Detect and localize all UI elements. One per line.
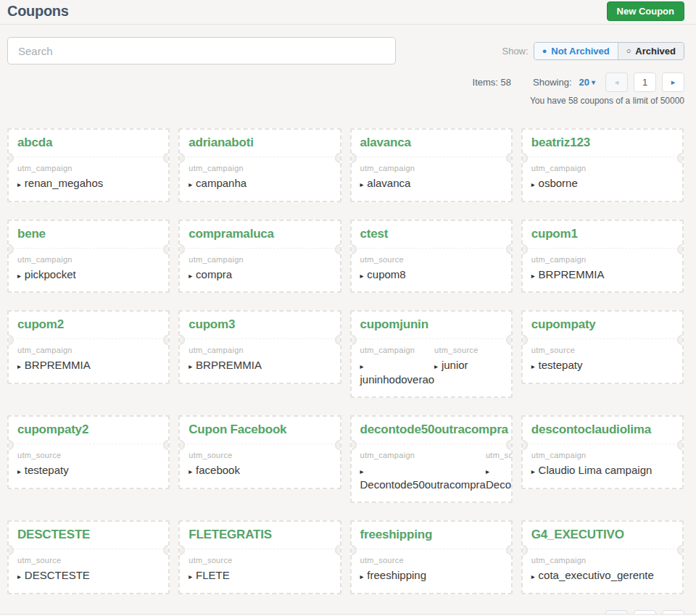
utm-field-value-text: pickpocket xyxy=(25,268,76,280)
coupon-card[interactable]: cupomjunin utm_campaign ▸ juninhodoverao… xyxy=(350,310,513,398)
ticket-notch-right-icon xyxy=(677,335,684,345)
field-bullet-icon: ▸ xyxy=(188,573,194,580)
ticket-notch-right-icon xyxy=(163,335,170,345)
utm-field-value: ▸ juninhodoverao xyxy=(360,358,435,386)
utm-field-value: ▸ testepaty xyxy=(531,358,674,372)
ticket-notch-right-icon xyxy=(163,440,170,450)
next-page-button[interactable]: ▸ xyxy=(662,72,684,92)
coupon-card[interactable]: adrianaboti utm_campaign ▸ campanha xyxy=(178,128,341,202)
coupon-card[interactable]: FLETEGRATIS utm_source ▸ FLETE xyxy=(178,520,341,594)
utm-field-label: utm_campaign xyxy=(17,346,160,354)
coupon-card[interactable]: abcda utm_campaign ▸ renan_megahos xyxy=(7,128,170,202)
utm-field: utm_campaign ▸ BRPREMMIA xyxy=(17,346,160,372)
field-bullet-icon: ▸ xyxy=(188,362,194,370)
utm-field: utm_source ▸ cupom8 xyxy=(360,255,502,282)
coupon-title: descontoclaudiolima xyxy=(523,417,682,444)
coupon-fields: utm_source ▸ cupom8 xyxy=(352,249,511,292)
coupon-title: adrianaboti xyxy=(180,130,339,157)
search-input[interactable] xyxy=(7,37,396,64)
ticket-notch-left-icon xyxy=(350,244,357,254)
utm-field: utm_campaign ▸ Claudio Lima campaign xyxy=(531,451,674,478)
coupon-card[interactable]: bene utm_campaign ▸ pickpocket xyxy=(7,220,170,294)
coupon-card[interactable]: DESCTESTE utm_source ▸ DESCTESTE xyxy=(7,520,170,594)
coupon-card[interactable]: beatriz123 utm_campaign ▸ osborne xyxy=(521,128,684,202)
utm-field-value-text: DESCTESTE xyxy=(25,569,90,581)
ticket-notch-right-icon xyxy=(677,440,684,450)
utm-field-value: ▸ Decontode50outracompra xyxy=(360,463,486,491)
utm-field-label: utm_campaign xyxy=(360,346,435,354)
coupon-title: decontode50outracompra xyxy=(352,417,511,444)
coupon-card[interactable]: cupom3 utm_campaign ▸ BRPREMMIA xyxy=(178,310,341,384)
radio-selected-icon: ● xyxy=(542,47,547,55)
utm-field-label: utm_source xyxy=(486,451,513,459)
ticket-notch-left-icon xyxy=(521,244,528,254)
coupon-card[interactable]: cupom2 utm_campaign ▸ BRPREMMIA xyxy=(7,310,170,384)
coupon-title: ctest xyxy=(352,221,511,249)
page-size-dropdown[interactable]: 20 ▾ xyxy=(579,77,596,88)
ticket-notch-right-icon xyxy=(335,244,341,254)
utm-field-value-text: FLETE xyxy=(196,569,230,581)
utm-field-value: ▸ alavanca xyxy=(360,176,502,191)
coupon-card[interactable]: cupompaty utm_source ▸ testepaty xyxy=(521,310,684,384)
utm-field: utm_campaign ▸ osborne xyxy=(531,164,674,191)
new-coupon-button[interactable]: New Coupon xyxy=(607,1,684,21)
coupon-fields: utm_campaign ▸ BRPREMMIA xyxy=(523,249,682,292)
utm-field: utm_source ▸ testepaty xyxy=(17,451,160,478)
utm-field-label: utm_campaign xyxy=(17,255,160,264)
prev-page-button[interactable]: ◂ xyxy=(605,72,628,92)
utm-field: utm_source ▸ junior xyxy=(434,346,505,386)
coupon-fields: utm_campaign ▸ cota_executivo_gerente xyxy=(523,549,682,593)
coupon-card[interactable]: alavanca utm_campaign ▸ alavanca xyxy=(350,128,513,202)
ticket-notch-right-icon xyxy=(163,244,170,254)
chevron-down-icon: ▾ xyxy=(592,78,595,86)
utm-field: utm_campaign ▸ cota_executivo_gerente xyxy=(531,556,674,583)
field-bullet-icon: ▸ xyxy=(531,180,537,188)
utm-field-value: ▸ osborne xyxy=(531,176,674,191)
coupon-title: cupompaty2 xyxy=(9,417,168,444)
coupon-fields: utm_campaign ▸ Claudio Lima campaign xyxy=(523,444,682,488)
coupon-card[interactable]: compramaluca utm_campaign ▸ compra xyxy=(178,220,341,294)
coupon-card[interactable]: G4_EXECUTIVO utm_campaign ▸ cota_executi… xyxy=(521,520,684,594)
page-header: Coupons New Coupon xyxy=(0,0,696,25)
utm-field: utm_campaign ▸ compra xyxy=(188,255,331,282)
utm-field-label: utm_campaign xyxy=(531,164,674,172)
utm-field-value-text: cupom8 xyxy=(367,268,405,280)
coupon-card[interactable]: freeshipping utm_source ▸ freeshipping xyxy=(350,520,513,594)
utm-field-value-text: alavanca xyxy=(367,177,410,189)
coupon-fields: utm_campaign ▸ alavanca xyxy=(352,157,511,201)
coupon-fields: utm_source ▸ FLETE xyxy=(180,549,339,593)
utm-field-value: ▸ BRPREMMIA xyxy=(17,358,160,372)
filter-archived-label: Archived xyxy=(635,46,676,56)
utm-field-value: ▸ BRPREMMIA xyxy=(188,358,331,372)
utm-field-value-text: juninhodoverao xyxy=(360,373,435,386)
coupon-card[interactable]: descontoclaudiolima utm_campaign ▸ Claud… xyxy=(521,415,684,489)
utm-field-label: utm_campaign xyxy=(360,451,486,459)
coupon-title: DESCTESTE xyxy=(9,522,168,549)
ticket-notch-right-icon xyxy=(677,545,684,555)
utm-field-label: utm_campaign xyxy=(531,255,674,264)
utm-field-value-text: BRPREMMIA xyxy=(196,359,262,371)
filter-archived[interactable]: ○ Archived xyxy=(618,43,684,59)
coupon-card[interactable]: ctest utm_source ▸ cupom8 xyxy=(350,220,513,294)
ticket-notch-right-icon xyxy=(506,545,513,555)
utm-field: utm_source ▸ testepaty xyxy=(531,346,674,372)
showing-label: Showing: xyxy=(533,77,571,88)
utm-field: utm_campaign ▸ campanha xyxy=(188,164,331,191)
filter-not-archived[interactable]: ● Not Archived xyxy=(534,43,618,59)
coupon-title: bene xyxy=(9,221,168,249)
coupon-card[interactable]: Cupon Facebook utm_source ▸ facebook xyxy=(178,415,341,489)
utm-field-value-text: testepaty xyxy=(25,464,69,476)
coupon-card[interactable]: cupom1 utm_campaign ▸ BRPREMMIA xyxy=(521,220,684,294)
coupon-title: alavanca xyxy=(352,130,511,157)
coupon-card[interactable]: cupompaty2 utm_source ▸ testepaty xyxy=(7,415,170,489)
ticket-notch-right-icon xyxy=(506,153,513,163)
field-bullet-icon: ▸ xyxy=(360,573,366,580)
utm-field-value-text: freeshipping xyxy=(367,569,426,581)
current-page-button[interactable]: 1 xyxy=(634,72,656,92)
coupon-card[interactable]: decontode50outracompra utm_campaign ▸ De… xyxy=(350,415,513,503)
coupon-title: G4_EXECUTIVO xyxy=(523,522,682,549)
coupon-fields: utm_campaign ▸ compra xyxy=(180,249,339,292)
field-bullet-icon: ▸ xyxy=(188,272,194,280)
utm-field: utm_campaign ▸ pickpocket xyxy=(17,255,160,282)
field-bullet-icon: ▸ xyxy=(360,272,366,280)
